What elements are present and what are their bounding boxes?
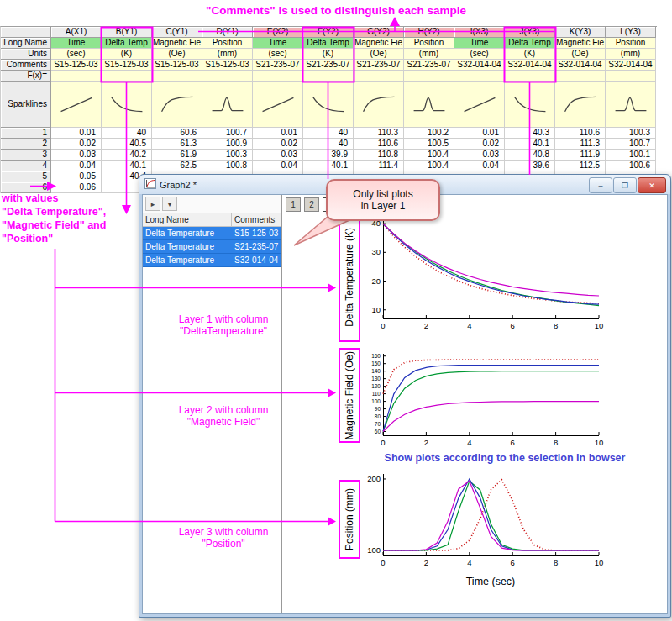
units-cell[interactable]: (sec) (454, 49, 505, 60)
data-cell[interactable]: 100.8 (202, 161, 253, 171)
sparkline-cell[interactable] (555, 82, 606, 128)
long-name-cell[interactable]: Magnetic Fie (555, 38, 606, 49)
data-cell[interactable]: 40.5 (102, 139, 152, 150)
data-cell[interactable]: 0.02 (253, 139, 303, 150)
units-cell[interactable]: (K) (102, 49, 152, 60)
data-cell[interactable]: 100.7 (606, 139, 656, 150)
comments-cell[interactable]: S21-235-07 (253, 60, 303, 71)
comments-cell[interactable]: S32-014-04 (454, 60, 505, 71)
long-name-cell[interactable]: Position (202, 38, 253, 49)
data-cell[interactable]: 40.3 (505, 128, 555, 139)
browser-list-item[interactable]: Delta TemperatureS32-014-04 (143, 254, 281, 267)
browser-col-long-name[interactable]: Long Name (143, 213, 232, 227)
units-cell[interactable]: (sec) (51, 49, 102, 60)
data-cell[interactable]: 100.9 (202, 139, 253, 150)
expand-icon[interactable]: ▸ (145, 197, 160, 211)
units-cell[interactable]: (Oe) (354, 49, 404, 60)
row-header-cell[interactable]: Units (1, 49, 51, 60)
column-header-cell[interactable]: H(Y2) (404, 27, 454, 38)
row-header-cell[interactable]: Comments (1, 60, 51, 71)
data-cell[interactable]: 40.2 (102, 150, 152, 161)
data-cell[interactable]: 0.01 (454, 128, 505, 139)
data-cell[interactable]: 110.6 (354, 139, 404, 150)
data-cell[interactable]: 100.4 (404, 161, 454, 171)
close-button[interactable]: ✕ (638, 177, 666, 193)
data-cell[interactable]: 0.06 (51, 182, 102, 193)
column-header-cell[interactable]: B(Y1) (102, 27, 152, 38)
browser-list-item[interactable]: Delta TemperatureS15-125-03 (143, 227, 281, 240)
long-name-cell[interactable]: Delta Temp (102, 38, 152, 49)
fx-cell[interactable] (606, 71, 656, 82)
data-cell[interactable]: 111.3 (555, 139, 606, 150)
column-header-cell[interactable]: C(Y1) (152, 27, 202, 38)
data-cell[interactable]: 40 (303, 128, 354, 139)
data-cell[interactable]: 100.3 (606, 128, 656, 139)
row-number-cell[interactable]: 5 (1, 171, 51, 182)
fx-cell[interactable] (51, 71, 102, 82)
comments-cell[interactable]: S32-014-04 (555, 60, 606, 71)
data-cell[interactable]: 100.7 (202, 128, 253, 139)
row-number-cell[interactable]: 2 (1, 139, 51, 150)
fx-cell[interactable] (505, 71, 555, 82)
corner-cell[interactable] (1, 27, 51, 38)
data-cell[interactable]: 100.3 (202, 150, 253, 161)
row-number-cell[interactable]: 1 (1, 128, 51, 139)
data-cell[interactable]: 100.6 (606, 161, 656, 171)
column-header-cell[interactable]: I(X3) (454, 27, 505, 38)
sparkline-cell[interactable] (152, 82, 202, 128)
data-cell[interactable]: 0.04 (253, 161, 303, 171)
fx-cell[interactable] (354, 71, 404, 82)
data-cell[interactable]: 100.1 (606, 150, 656, 161)
comments-cell[interactable]: S21-235-07 (404, 60, 454, 71)
column-header-cell[interactable]: D(Y1) (202, 27, 253, 38)
data-cell[interactable]: 100.5 (404, 139, 454, 150)
sparkline-cell[interactable] (303, 82, 354, 128)
data-cell[interactable]: 0.04 (51, 161, 102, 171)
sparkline-cell[interactable] (454, 82, 505, 128)
minimize-button[interactable]: – (589, 177, 612, 193)
browser-col-comments[interactable]: Comments (232, 213, 281, 227)
comments-cell[interactable]: S15-125-03 (202, 60, 253, 71)
data-cell[interactable]: 40.1 (505, 139, 555, 150)
data-cell[interactable]: 112.5 (555, 161, 606, 171)
sparkline-cell[interactable] (505, 82, 555, 128)
row-header-cell[interactable]: Sparklines (1, 82, 51, 128)
sparkline-cell[interactable] (202, 82, 253, 128)
data-cell[interactable]: 40 (102, 128, 152, 139)
units-cell[interactable]: (K) (505, 49, 555, 60)
long-name-cell[interactable]: Position (404, 38, 454, 49)
column-header-cell[interactable]: J(Y3) (505, 27, 555, 38)
long-name-cell[interactable]: Delta Temp (505, 38, 555, 49)
data-cell[interactable]: 0.03 (51, 150, 102, 161)
long-name-cell[interactable]: Time (51, 38, 102, 49)
data-cell[interactable]: 39.9 (303, 150, 354, 161)
sparkline-cell[interactable] (102, 82, 152, 128)
data-cell[interactable]: 111.9 (555, 150, 606, 161)
long-name-cell[interactable]: Position (606, 38, 656, 49)
sparkline-cell[interactable] (404, 82, 454, 128)
comments-cell[interactable]: S15-125-03 (152, 60, 202, 71)
sparkline-cell[interactable] (606, 82, 656, 128)
data-cell[interactable]: 110.8 (354, 150, 404, 161)
units-cell[interactable]: (mm) (404, 49, 454, 60)
data-cell[interactable]: 0.03 (454, 150, 505, 161)
data-cell[interactable]: 0.04 (454, 161, 505, 171)
comments-cell[interactable]: S32-014-04 (505, 60, 555, 71)
data-cell[interactable]: 110.3 (354, 128, 404, 139)
data-cell[interactable]: 0.02 (454, 139, 505, 150)
fx-cell[interactable] (102, 71, 152, 82)
data-cell[interactable]: 60.6 (152, 128, 202, 139)
long-name-cell[interactable]: Delta Temp (303, 38, 354, 49)
data-cell[interactable]: 0.02 (51, 139, 102, 150)
long-name-cell[interactable]: Magnetic Fie (354, 38, 404, 49)
column-header-cell[interactable]: F(Y2) (303, 27, 354, 38)
data-cell[interactable]: 40 (303, 139, 354, 150)
column-header-cell[interactable]: G(Y2) (354, 27, 404, 38)
data-cell[interactable]: 0.01 (51, 128, 102, 139)
sparkline-cell[interactable] (354, 82, 404, 128)
fx-cell[interactable] (303, 71, 354, 82)
comments-cell[interactable]: S15-125-03 (51, 60, 102, 71)
maximize-button[interactable]: ❐ (613, 177, 637, 193)
comments-cell[interactable]: S21-235-07 (354, 60, 404, 71)
units-cell[interactable]: (K) (303, 49, 354, 60)
